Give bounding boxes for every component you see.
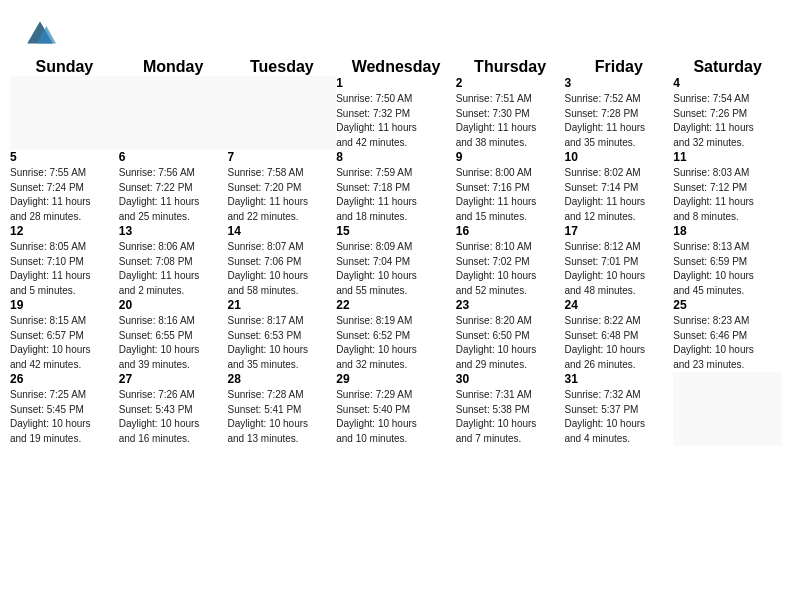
- day-number: 7: [227, 150, 336, 164]
- calendar-cell: 16Sunrise: 8:10 AM Sunset: 7:02 PM Dayli…: [456, 224, 565, 298]
- calendar-cell: 1Sunrise: 7:50 AM Sunset: 7:32 PM Daylig…: [336, 76, 456, 150]
- day-number: 5: [10, 150, 119, 164]
- day-info: Sunrise: 8:20 AM Sunset: 6:50 PM Dayligh…: [456, 314, 565, 372]
- calendar-cell: 18Sunrise: 8:13 AM Sunset: 6:59 PM Dayli…: [673, 224, 782, 298]
- day-info: Sunrise: 8:13 AM Sunset: 6:59 PM Dayligh…: [673, 240, 782, 298]
- col-header-friday: Friday: [564, 58, 673, 76]
- day-info: Sunrise: 8:23 AM Sunset: 6:46 PM Dayligh…: [673, 314, 782, 372]
- day-number: 11: [673, 150, 782, 164]
- logo: [24, 18, 60, 50]
- day-info: Sunrise: 7:29 AM Sunset: 5:40 PM Dayligh…: [336, 388, 456, 446]
- day-number: 26: [10, 372, 119, 386]
- day-number: 16: [456, 224, 565, 238]
- calendar-cell: 17Sunrise: 8:12 AM Sunset: 7:01 PM Dayli…: [564, 224, 673, 298]
- day-number: 28: [227, 372, 336, 386]
- day-info: Sunrise: 8:07 AM Sunset: 7:06 PM Dayligh…: [227, 240, 336, 298]
- day-info: Sunrise: 7:51 AM Sunset: 7:30 PM Dayligh…: [456, 92, 565, 150]
- day-info: Sunrise: 8:06 AM Sunset: 7:08 PM Dayligh…: [119, 240, 228, 298]
- page-header: [0, 0, 792, 58]
- day-number: 9: [456, 150, 565, 164]
- calendar-cell: 31Sunrise: 7:32 AM Sunset: 5:37 PM Dayli…: [564, 372, 673, 446]
- col-header-monday: Monday: [119, 58, 228, 76]
- calendar-wrapper: SundayMondayTuesdayWednesdayThursdayFrid…: [0, 58, 792, 456]
- day-info: Sunrise: 7:59 AM Sunset: 7:18 PM Dayligh…: [336, 166, 456, 224]
- day-number: 18: [673, 224, 782, 238]
- day-number: 23: [456, 298, 565, 312]
- day-number: 25: [673, 298, 782, 312]
- col-header-saturday: Saturday: [673, 58, 782, 76]
- calendar-week-5: 26Sunrise: 7:25 AM Sunset: 5:45 PM Dayli…: [10, 372, 782, 446]
- day-info: Sunrise: 8:05 AM Sunset: 7:10 PM Dayligh…: [10, 240, 119, 298]
- calendar-cell: 30Sunrise: 7:31 AM Sunset: 5:38 PM Dayli…: [456, 372, 565, 446]
- day-info: Sunrise: 7:52 AM Sunset: 7:28 PM Dayligh…: [564, 92, 673, 150]
- calendar-cell: 25Sunrise: 8:23 AM Sunset: 6:46 PM Dayli…: [673, 298, 782, 372]
- calendar-header-row: SundayMondayTuesdayWednesdayThursdayFrid…: [10, 58, 782, 76]
- day-number: 27: [119, 372, 228, 386]
- day-info: Sunrise: 7:58 AM Sunset: 7:20 PM Dayligh…: [227, 166, 336, 224]
- day-info: Sunrise: 7:50 AM Sunset: 7:32 PM Dayligh…: [336, 92, 456, 150]
- calendar-week-4: 19Sunrise: 8:15 AM Sunset: 6:57 PM Dayli…: [10, 298, 782, 372]
- calendar-cell: 28Sunrise: 7:28 AM Sunset: 5:41 PM Dayli…: [227, 372, 336, 446]
- day-number: 30: [456, 372, 565, 386]
- col-header-tuesday: Tuesday: [227, 58, 336, 76]
- calendar-cell: 11Sunrise: 8:03 AM Sunset: 7:12 PM Dayli…: [673, 150, 782, 224]
- day-number: 17: [564, 224, 673, 238]
- day-number: 3: [564, 76, 673, 90]
- calendar-cell: [10, 76, 119, 150]
- day-number: 20: [119, 298, 228, 312]
- calendar-cell: 6Sunrise: 7:56 AM Sunset: 7:22 PM Daylig…: [119, 150, 228, 224]
- calendar-cell: 12Sunrise: 8:05 AM Sunset: 7:10 PM Dayli…: [10, 224, 119, 298]
- col-header-wednesday: Wednesday: [336, 58, 456, 76]
- calendar-cell: 19Sunrise: 8:15 AM Sunset: 6:57 PM Dayli…: [10, 298, 119, 372]
- calendar-cell: 27Sunrise: 7:26 AM Sunset: 5:43 PM Dayli…: [119, 372, 228, 446]
- calendar-cell: 7Sunrise: 7:58 AM Sunset: 7:20 PM Daylig…: [227, 150, 336, 224]
- calendar-cell: 2Sunrise: 7:51 AM Sunset: 7:30 PM Daylig…: [456, 76, 565, 150]
- day-number: 2: [456, 76, 565, 90]
- calendar-cell: 5Sunrise: 7:55 AM Sunset: 7:24 PM Daylig…: [10, 150, 119, 224]
- calendar-cell: 4Sunrise: 7:54 AM Sunset: 7:26 PM Daylig…: [673, 76, 782, 150]
- calendar-week-3: 12Sunrise: 8:05 AM Sunset: 7:10 PM Dayli…: [10, 224, 782, 298]
- day-number: 14: [227, 224, 336, 238]
- day-number: 21: [227, 298, 336, 312]
- day-number: 13: [119, 224, 228, 238]
- calendar-cell: [227, 76, 336, 150]
- day-info: Sunrise: 8:19 AM Sunset: 6:52 PM Dayligh…: [336, 314, 456, 372]
- calendar-cell: 13Sunrise: 8:06 AM Sunset: 7:08 PM Dayli…: [119, 224, 228, 298]
- day-info: Sunrise: 8:02 AM Sunset: 7:14 PM Dayligh…: [564, 166, 673, 224]
- day-info: Sunrise: 8:16 AM Sunset: 6:55 PM Dayligh…: [119, 314, 228, 372]
- day-info: Sunrise: 8:17 AM Sunset: 6:53 PM Dayligh…: [227, 314, 336, 372]
- day-number: 15: [336, 224, 456, 238]
- day-number: 31: [564, 372, 673, 386]
- day-number: 12: [10, 224, 119, 238]
- day-number: 8: [336, 150, 456, 164]
- day-info: Sunrise: 7:26 AM Sunset: 5:43 PM Dayligh…: [119, 388, 228, 446]
- calendar-cell: 26Sunrise: 7:25 AM Sunset: 5:45 PM Dayli…: [10, 372, 119, 446]
- day-info: Sunrise: 8:12 AM Sunset: 7:01 PM Dayligh…: [564, 240, 673, 298]
- calendar-cell: 8Sunrise: 7:59 AM Sunset: 7:18 PM Daylig…: [336, 150, 456, 224]
- calendar-cell: 14Sunrise: 8:07 AM Sunset: 7:06 PM Dayli…: [227, 224, 336, 298]
- calendar-table: SundayMondayTuesdayWednesdayThursdayFrid…: [10, 58, 782, 446]
- logo-icon: [24, 18, 56, 50]
- calendar-cell: 24Sunrise: 8:22 AM Sunset: 6:48 PM Dayli…: [564, 298, 673, 372]
- day-info: Sunrise: 7:25 AM Sunset: 5:45 PM Dayligh…: [10, 388, 119, 446]
- day-info: Sunrise: 8:03 AM Sunset: 7:12 PM Dayligh…: [673, 166, 782, 224]
- calendar-cell: 3Sunrise: 7:52 AM Sunset: 7:28 PM Daylig…: [564, 76, 673, 150]
- col-header-thursday: Thursday: [456, 58, 565, 76]
- day-info: Sunrise: 8:09 AM Sunset: 7:04 PM Dayligh…: [336, 240, 456, 298]
- day-info: Sunrise: 7:54 AM Sunset: 7:26 PM Dayligh…: [673, 92, 782, 150]
- day-info: Sunrise: 8:15 AM Sunset: 6:57 PM Dayligh…: [10, 314, 119, 372]
- calendar-cell: 21Sunrise: 8:17 AM Sunset: 6:53 PM Dayli…: [227, 298, 336, 372]
- day-number: 4: [673, 76, 782, 90]
- day-number: 22: [336, 298, 456, 312]
- day-info: Sunrise: 7:56 AM Sunset: 7:22 PM Dayligh…: [119, 166, 228, 224]
- day-number: 29: [336, 372, 456, 386]
- calendar-cell: 20Sunrise: 8:16 AM Sunset: 6:55 PM Dayli…: [119, 298, 228, 372]
- calendar-cell: [119, 76, 228, 150]
- day-info: Sunrise: 8:00 AM Sunset: 7:16 PM Dayligh…: [456, 166, 565, 224]
- day-number: 19: [10, 298, 119, 312]
- day-number: 10: [564, 150, 673, 164]
- day-info: Sunrise: 7:28 AM Sunset: 5:41 PM Dayligh…: [227, 388, 336, 446]
- calendar-cell: 9Sunrise: 8:00 AM Sunset: 7:16 PM Daylig…: [456, 150, 565, 224]
- day-info: Sunrise: 8:22 AM Sunset: 6:48 PM Dayligh…: [564, 314, 673, 372]
- day-info: Sunrise: 7:32 AM Sunset: 5:37 PM Dayligh…: [564, 388, 673, 446]
